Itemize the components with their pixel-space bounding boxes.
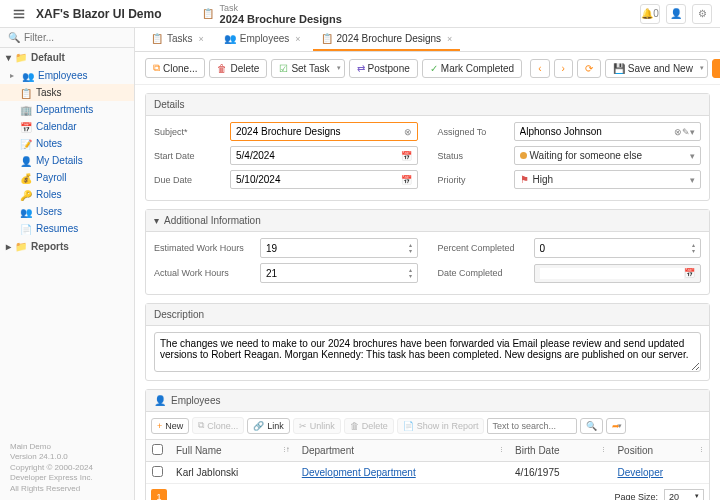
footer: Main DemoVersion 24.1.0.0Copyright © 200… [0, 436, 134, 500]
grid-search-input[interactable] [487, 418, 577, 434]
pagesize-select[interactable]: 20▾ [664, 489, 704, 500]
stepper-icon[interactable]: ▴▾ [409, 267, 412, 279]
table-row[interactable]: Karl JablonskiDevelopment Department4/16… [146, 462, 709, 484]
description-header: Description [146, 304, 709, 326]
nav-icon: 📝 [20, 139, 30, 149]
tab-icon: 📋 [321, 33, 333, 44]
settings-button[interactable]: ⚙ [692, 4, 712, 24]
flag-icon: ⚑ [520, 174, 529, 185]
new-button[interactable]: +New [151, 418, 189, 434]
chevron-down-icon: ▾ [6, 52, 11, 63]
sidebar-item-users[interactable]: 👥Users [0, 203, 134, 220]
show-report-button: 📄Show in Report [397, 418, 485, 434]
nav-icon: 👤 [20, 156, 30, 166]
export-button[interactable]: ➦ [606, 418, 626, 434]
actual-hours-input[interactable]: ▴▾ [260, 263, 418, 283]
close-icon[interactable]: × [295, 34, 300, 44]
col-department[interactable]: Department⫶ [296, 440, 509, 462]
sidebar-item-roles[interactable]: 🔑Roles [0, 186, 134, 203]
clear-icon[interactable]: ⊗ [674, 127, 682, 137]
crumb-type: Task [220, 3, 342, 13]
prev-button[interactable]: ‹ [530, 59, 549, 78]
sidebar-item-tasks[interactable]: 📋Tasks [0, 84, 134, 101]
additional-header[interactable]: ▾Additional Information [146, 210, 709, 232]
sidebar-item-notes[interactable]: 📝Notes [0, 135, 134, 152]
clone-button[interactable]: ⧉Clone... [145, 58, 205, 78]
filter-icon[interactable]: ⫶ [499, 445, 503, 454]
tab-employees[interactable]: 👥Employees× [216, 28, 309, 51]
next-button[interactable]: › [554, 59, 573, 78]
tab-tasks[interactable]: 📋Tasks× [143, 28, 212, 51]
nav-group-default[interactable]: ▾📁Default [0, 48, 134, 67]
page-1[interactable]: 1 [151, 489, 167, 500]
link-button[interactable]: 🔗Link [247, 418, 290, 434]
chevron-down-icon[interactable]: ▾ [690, 151, 695, 161]
folder-icon: 📁 [15, 52, 27, 63]
filter-icon[interactable]: ⫶ [601, 445, 605, 454]
filter-icon[interactable]: ⫶ [699, 445, 703, 454]
sidebar-item-calendar[interactable]: 📅Calendar [0, 118, 134, 135]
crumb-title: 2024 Brochure Designs [220, 13, 342, 25]
close-icon[interactable]: × [199, 34, 204, 44]
start-date-input[interactable]: 📅 [230, 146, 418, 165]
sidebar-item-my-details[interactable]: 👤My Details [0, 152, 134, 169]
nav-icon: 👥 [22, 71, 32, 81]
person-icon: 👤 [154, 395, 166, 406]
refresh-button[interactable]: ⟳ [577, 59, 601, 78]
stepper-icon[interactable]: ▴▾ [692, 242, 695, 254]
save-and-new-button[interactable]: 💾Save and New [605, 59, 708, 78]
priority-select[interactable]: ⚑High▾ [514, 170, 702, 189]
sidebar-item-employees[interactable]: ▸👥Employees [0, 67, 134, 84]
tab-icon: 👥 [224, 33, 236, 44]
nav-icon: 📋 [20, 88, 30, 98]
col-fullname[interactable]: Full Name↑⫶ [170, 440, 296, 462]
sidebar-item-payroll[interactable]: 💰Payroll [0, 169, 134, 186]
due-date-input[interactable]: 📅 [230, 170, 418, 189]
menu-toggle[interactable] [8, 3, 30, 25]
app-title: XAF's Blazor UI Demo [36, 7, 162, 21]
postpone-button[interactable]: ⇄Postpone [349, 59, 418, 78]
nav-icon: 🔑 [20, 190, 30, 200]
sidebar-item-departments[interactable]: 🏢Departments [0, 101, 134, 118]
stepper-icon[interactable]: ▴▾ [409, 242, 412, 254]
status-select[interactable]: Waiting for someone else▾ [514, 146, 702, 165]
filter-box[interactable]: 🔍 [0, 28, 134, 48]
mark-completed-button[interactable]: ✓Mark Completed [422, 59, 522, 78]
est-hours-input[interactable]: ▴▾ [260, 238, 418, 258]
nav-icon: 📅 [20, 122, 30, 132]
nav-icon: 📄 [20, 224, 30, 234]
date-completed-input[interactable]: 📅 [534, 264, 702, 283]
chevron-down-icon[interactable]: ▾ [690, 175, 695, 185]
save-button[interactable]: 💾Save [712, 59, 720, 78]
delete-grid-button: 🗑Delete [344, 418, 394, 434]
nav-icon: 👥 [20, 207, 30, 217]
clear-icon[interactable]: ⊗ [404, 127, 412, 137]
task-icon: 📋 [202, 8, 214, 19]
user-button[interactable]: 👤 [666, 4, 686, 24]
tab-2024-brochure-designs[interactable]: 📋2024 Brochure Designs× [313, 28, 461, 51]
filter-input[interactable] [24, 32, 151, 43]
percent-input[interactable]: ▴▾ [534, 238, 702, 258]
col-position[interactable]: Position⫶ [611, 440, 709, 462]
select-all-checkbox[interactable] [152, 444, 163, 455]
description-textarea[interactable] [154, 332, 701, 372]
notifications-button[interactable]: 🔔0 [640, 4, 660, 24]
chevron-down-icon[interactable]: ▾ [690, 127, 695, 137]
calendar-icon[interactable]: 📅 [401, 175, 412, 185]
calendar-icon[interactable]: 📅 [401, 151, 412, 161]
edit-icon[interactable]: ✎ [682, 127, 690, 137]
col-birthdate[interactable]: Birth Date⫶ [509, 440, 611, 462]
calendar-icon: 📅 [684, 268, 695, 278]
delete-button[interactable]: 🗑Delete [209, 59, 267, 78]
close-icon[interactable]: × [447, 34, 452, 44]
filter-icon[interactable]: ⫶ [282, 445, 286, 454]
row-checkbox[interactable] [152, 466, 163, 477]
nav-group-reports[interactable]: ▸📁Reports [0, 237, 134, 256]
search-button[interactable]: 🔍 [580, 418, 603, 434]
dept-link[interactable]: Development Department [302, 467, 416, 478]
set-task-button[interactable]: ☑Set Task [271, 59, 344, 78]
pos-link[interactable]: Developer [617, 467, 663, 478]
sidebar-item-resumes[interactable]: 📄Resumes [0, 220, 134, 237]
assigned-to-input[interactable]: ⊗✎▾ [514, 122, 702, 141]
subject-input[interactable]: ⊗ [230, 122, 418, 141]
